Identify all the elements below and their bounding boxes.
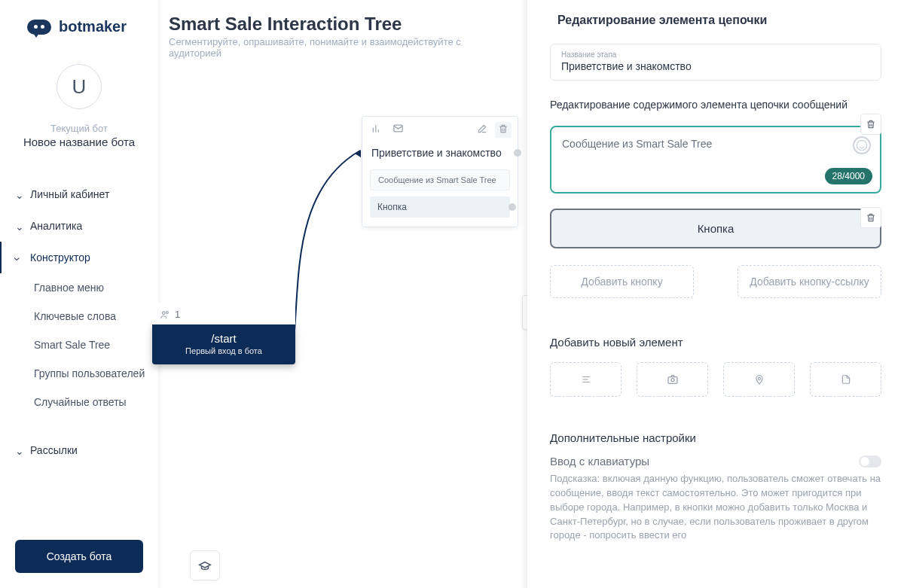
message-editor[interactable]: Сообщение из Smart Sale Tree 28/4000 (550, 126, 881, 193)
button-editor-label: Кнопка (698, 222, 734, 235)
nav-constructor[interactable]: Конструктор (0, 242, 158, 273)
step-node[interactable]: Приветствие и знакомство Сообщение из Sm… (362, 116, 518, 227)
element-type-row (550, 362, 881, 397)
delete-button-button[interactable] (860, 207, 881, 228)
nav-mailings[interactable]: Рассылки (0, 434, 158, 466)
camera-icon (666, 373, 680, 385)
sidebar: botmaker U Текущий бот Новое название бо… (0, 0, 158, 588)
button-editor[interactable]: Кнопка (550, 209, 881, 248)
svg-point-6 (758, 377, 760, 379)
sub-random[interactable]: Случайные ответы (0, 388, 158, 416)
start-node-subtitle: Первый вход в бота (160, 346, 288, 355)
logo-icon (27, 20, 51, 35)
stats-icon[interactable] (368, 122, 385, 138)
step-node-title: Приветствие и знакомство (362, 142, 518, 166)
file-icon (841, 373, 851, 386)
svg-point-0 (163, 311, 166, 314)
keyboard-input-label: Ввод с клавиатуры (550, 455, 649, 468)
start-node[interactable]: 1 /start Первый вход в бота (152, 303, 295, 364)
sub-groups[interactable]: Группы пользователей (0, 359, 158, 388)
add-location-element[interactable] (723, 362, 795, 397)
message-text[interactable]: Сообщение из Smart Sale Tree (562, 138, 869, 183)
svg-point-1 (166, 311, 168, 313)
text-lines-icon (579, 374, 593, 385)
chevron-down-icon (15, 254, 23, 261)
start-node-header: 1 (152, 303, 295, 324)
output-port-icon[interactable] (508, 203, 516, 211)
avatar[interactable]: U (56, 64, 102, 109)
step-node-button[interactable]: Кнопка (370, 197, 510, 218)
edit-icon[interactable] (474, 122, 490, 138)
emoji-button[interactable] (853, 136, 871, 154)
current-bot-label: Текущий бот (8, 123, 151, 134)
location-pin-icon (754, 373, 765, 386)
svg-rect-4 (668, 377, 677, 384)
main-header: Smart Sale Interaction Tree Сегментируйт… (158, 0, 527, 69)
logo[interactable]: botmaker (0, 0, 158, 49)
delete-icon[interactable] (495, 122, 512, 138)
stage-name-label: Название этапа (561, 50, 870, 59)
char-counter: 28/4000 (825, 168, 872, 184)
logo-text: botmaker (59, 18, 127, 35)
chevron-down-icon (15, 222, 23, 230)
page-subtitle: Сегментируйте, опрашивайте, понимайте и … (169, 36, 516, 59)
nav-constructor-subs: Главное меню Ключевые слова Smart Sale T… (0, 273, 158, 416)
sub-main-menu[interactable]: Главное меню (0, 273, 158, 302)
nav-analytics[interactable]: Аналитика (0, 210, 158, 242)
svg-point-3 (857, 140, 866, 150)
add-text-element[interactable] (550, 362, 622, 397)
trash-icon (866, 119, 876, 129)
delete-message-button[interactable] (860, 114, 881, 135)
chevron-down-icon (15, 446, 23, 454)
help-button[interactable] (190, 550, 220, 580)
start-node-body: /start Первый вход в бота (152, 324, 295, 364)
right-panel: Редактирование элемента цепочки Название… (527, 0, 904, 588)
panel-title: Редактирование элемента цепочки (550, 0, 881, 44)
add-button-row: Добавить кнопку Добавить кнопку-ссылку (550, 265, 881, 298)
main-canvas: Smart Sale Interaction Tree Сегментируйт… (158, 0, 527, 588)
add-image-element[interactable] (637, 362, 708, 397)
users-icon (160, 309, 170, 320)
input-port-icon (355, 150, 361, 157)
sub-smart-tree[interactable]: Smart Sale Tree (0, 331, 158, 359)
add-element-label: Добавить новый элемент (550, 336, 881, 349)
trash-icon (866, 212, 876, 223)
step-toolbar (362, 117, 518, 142)
keyboard-input-hint: Подсказка: включая данную функцию, польз… (550, 472, 881, 543)
smile-icon (856, 139, 868, 151)
create-bot-button[interactable]: Создать бота (15, 540, 143, 573)
add-button[interactable]: Добавить кнопку (550, 265, 694, 298)
keyboard-input-row: Ввод с клавиатуры (550, 455, 881, 468)
step-node-message[interactable]: Сообщение из Smart Sale Tree (370, 169, 510, 190)
stage-name-value: Приветствие и знакомство (561, 59, 870, 72)
add-file-element[interactable] (810, 362, 881, 397)
start-node-title: /start (160, 332, 288, 345)
sidebar-footer: Создать бота (0, 525, 158, 588)
sub-keywords[interactable]: Ключевые слова (0, 302, 158, 331)
edit-content-label: Редактирование содержимого элемента цепо… (550, 99, 881, 111)
bot-name: Новое название бота (8, 136, 151, 148)
graduation-cap-icon (198, 560, 212, 571)
extra-settings-label: Дополнительные настройки (550, 431, 881, 444)
svg-point-5 (671, 379, 674, 382)
chevron-down-icon (15, 190, 23, 198)
current-bot-block: U Текущий бот Новое название бота (0, 49, 158, 171)
keyboard-input-toggle[interactable] (859, 455, 881, 468)
mail-icon[interactable] (389, 121, 407, 138)
add-link-button[interactable]: Добавить кнопку-ссылку (738, 265, 881, 298)
canvas[interactable]: 1 /start Первый вход в бота Приветствие … (158, 69, 527, 588)
nav: Личный кабинет Аналитика Конструктор Гла… (0, 171, 158, 525)
page-title: Smart Sale Interaction Tree (169, 14, 516, 35)
nav-personal[interactable]: Личный кабинет (0, 178, 158, 210)
stage-name-field[interactable]: Название этапа Приветствие и знакомство (550, 44, 881, 81)
